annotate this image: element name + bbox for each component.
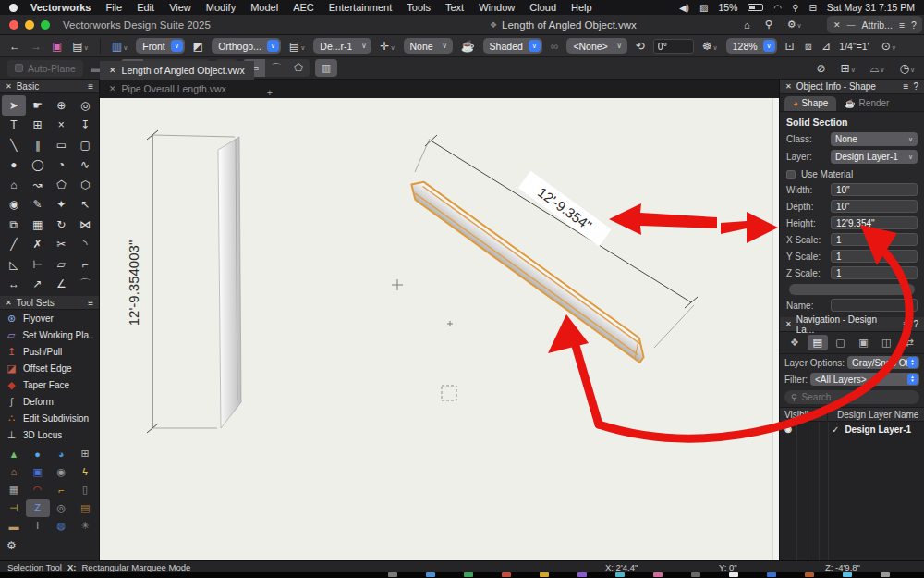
field-value[interactable]: 10" [831, 183, 918, 196]
close-icon[interactable]: ✕ [785, 320, 792, 328]
drawing-canvas[interactable]: 12'-9.354003" 12'-9.354" [100, 98, 779, 560]
beam-tool[interactable]: Ⅰ [26, 517, 50, 535]
help-icon[interactable]: ? [913, 81, 918, 92]
help-icon[interactable]: ? [911, 19, 917, 31]
apple-menu-icon[interactable] [9, 4, 18, 12]
view-dropdown[interactable]: Front∨ [136, 38, 185, 54]
field-value[interactable]: 1 [831, 233, 918, 246]
dock-strip[interactable] [0, 572, 924, 578]
oval-tool[interactable]: ◯ [26, 155, 50, 176]
ghost-visibility-icon[interactable]: ⌓∨ [869, 62, 887, 75]
close-icon[interactable]: ✕ [833, 20, 841, 30]
visibility-column-header[interactable]: Visibil... [780, 410, 828, 420]
vertical-panel-object[interactable] [218, 137, 241, 428]
drawing-area[interactable]: 12'-9.354003" 12'-9.354" [100, 98, 779, 560]
close-window-button[interactable] [9, 20, 18, 30]
control-center-icon[interactable]: ⊟ [808, 3, 816, 13]
projection-dropdown[interactable]: Orthogo...∨ [212, 38, 281, 54]
select-similar-tool[interactable]: ↖ [73, 195, 97, 215]
layer-row[interactable]: ◉ ✓ Design Layer-1 [780, 422, 924, 437]
dimension-tool[interactable]: ↔ [2, 275, 26, 295]
menu-item[interactable]: Edit [137, 2, 154, 13]
angular-dimension-tool[interactable]: ∠ [50, 275, 74, 295]
spotlight-tool[interactable]: ◉ [50, 463, 74, 482]
new-tab-button[interactable]: + [261, 87, 278, 98]
polygon-marquee-mode[interactable]: ⬠ [287, 59, 310, 77]
menu-item[interactable]: Cloud [529, 2, 556, 13]
world-coords-off-icon[interactable]: ⊘ [815, 62, 828, 75]
rotate-plan-icon[interactable]: ⟲ [634, 40, 647, 53]
gear-icon[interactable]: ⚙∨ [787, 18, 802, 31]
layer-dropdown[interactable]: Design Layer-1 ∨ [831, 150, 918, 164]
menu-icon[interactable]: ≡ [899, 19, 905, 31]
projection-icon[interactable]: ◩ [191, 40, 205, 53]
sprinkler-tool[interactable]: ✳ [73, 517, 97, 535]
palette-menu-icon[interactable]: ≡ [904, 319, 909, 329]
mirror-tool[interactable]: ⋈ [73, 215, 97, 235]
fit-page-icon[interactable]: ⧈ [803, 40, 814, 53]
visibility-eye-icon[interactable]: ⊙∨ [880, 40, 898, 53]
render-teapot-icon[interactable]: ☕ [459, 40, 477, 53]
extract-tool[interactable]: ↧ [73, 116, 97, 136]
diagonal-dimension-tool[interactable]: ↗ [26, 275, 50, 295]
name-column-header[interactable]: Design Layer Name [828, 410, 924, 420]
search-icon[interactable]: ⚲ [765, 18, 772, 31]
angled-bar-object[interactable] [406, 177, 651, 363]
stage-tool[interactable]: ◠ [26, 481, 50, 499]
toolset-item[interactable]: ◪ Offset Edge [0, 360, 99, 376]
viewports-icon[interactable]: ▣ [853, 335, 873, 350]
saved-views-icon[interactable]: ▥∨ [110, 40, 129, 53]
fit-objects-icon[interactable]: ⊡ [784, 40, 796, 53]
truss-tool[interactable]: ▦ [2, 481, 26, 499]
volume-icon[interactable]: ◀) [679, 3, 689, 13]
class-dropdown[interactable]: None ∨ [831, 132, 918, 146]
document-tab[interactable]: ✕ Pipe Overall Length.vwx [100, 80, 254, 98]
back-button[interactable]: ← [7, 40, 22, 53]
clip-tool[interactable]: ⧉ [2, 215, 26, 235]
double-line-tool[interactable]: ∥ [26, 135, 50, 155]
building-tool[interactable]: ⌂ [2, 463, 26, 482]
class-options-icon[interactable]: ✛∨ [378, 40, 396, 53]
collapse-icon[interactable]: — [847, 20, 856, 30]
new-layer-icon[interactable]: ⊞∨ [839, 62, 857, 75]
field-value[interactable]: 10" [831, 200, 918, 213]
attributes-palette-collapsed[interactable]: ✕ — Attrib... ≡ ? [827, 16, 922, 33]
rotate-tool[interactable]: ↻ [50, 215, 74, 235]
close-icon[interactable]: ✕ [6, 299, 12, 307]
toolset-item[interactable]: ↥ Push/Pull [0, 343, 99, 360]
filter-dropdown[interactable]: <All Layers> ▲▼ [810, 373, 919, 386]
menu-item[interactable]: AEC [293, 2, 314, 13]
zoom-level-dropdown[interactable]: 128%∨ [726, 38, 777, 54]
wand-tool[interactable]: ✦ [50, 195, 74, 215]
plumbing-tool[interactable]: ● [26, 445, 50, 463]
cable-tool[interactable]: ⌐ [50, 481, 74, 499]
field-value[interactable]: 12'9.354" [831, 216, 918, 229]
text-tool[interactable]: T [2, 116, 26, 136]
direction-button[interactable] [789, 284, 915, 295]
reshape-tool[interactable]: ▦ [26, 215, 50, 235]
active-class-dropdown[interactable]: None∨ [404, 38, 453, 54]
close-tab-icon[interactable]: ✕ [109, 66, 116, 75]
settings-gear-icon[interactable]: ⚙ [6, 539, 17, 552]
rotation-angle-field[interactable] [653, 39, 694, 54]
menu-item[interactable]: Window [479, 2, 515, 13]
screen-mirroring-icon[interactable]: ▧ [699, 3, 708, 13]
menu-item[interactable]: Entertainment [329, 2, 392, 13]
palette-menu-icon[interactable]: ≡ [88, 81, 93, 92]
polygon-tool[interactable]: ⬠ [50, 175, 74, 195]
toolset-item[interactable]: ◆ Taper Face [0, 376, 99, 393]
fillet-tool[interactable]: ◝ [73, 235, 97, 255]
snap-loupe-mode[interactable]: ▥ [315, 59, 337, 77]
layer-name[interactable]: Design Layer-1 [845, 424, 911, 435]
circle-tool[interactable]: ● [2, 155, 26, 176]
rounded-rectangle-tool[interactable]: ▢ [73, 135, 97, 155]
home-icon[interactable]: ⌂ [744, 19, 750, 31]
toolset-item[interactable]: ▱ Set Working Pla... [0, 326, 99, 343]
delete-vertex-tool[interactable]: × [50, 116, 74, 136]
zoom-window-button[interactable] [41, 20, 50, 30]
toolset-item[interactable]: ⊥ 3D Locus [0, 426, 99, 443]
dimension-right[interactable] [415, 135, 698, 348]
active-layer-dropdown[interactable]: De...r-1∨ [313, 38, 371, 54]
palette-menu-icon[interactable]: ≡ [88, 298, 93, 308]
camera-tool[interactable]: ◎ [50, 499, 74, 518]
